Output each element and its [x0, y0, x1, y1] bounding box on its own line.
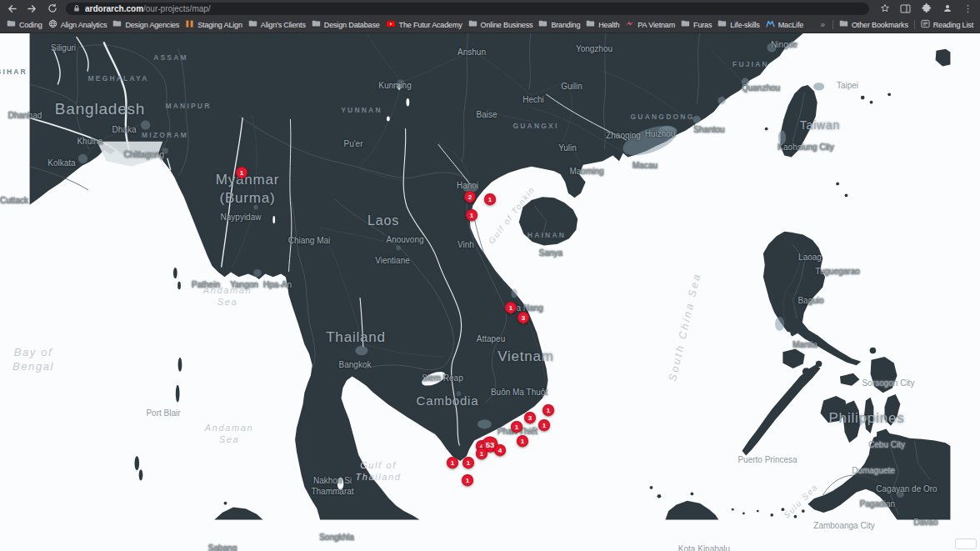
- bookmarks-overflow-chevron[interactable]: »: [818, 20, 827, 29]
- browser-toolbar: ardorarch.com/our-projects/map/ ⋮: [0, 0, 980, 17]
- bookmark-pa-vietnam[interactable]: PA Vietnam: [625, 19, 675, 30]
- bookmark-health[interactable]: Health: [586, 19, 619, 30]
- map-marker-cluster[interactable]: 1: [476, 448, 488, 459]
- url-text: ardorarch.com/our-projects/map/: [85, 4, 211, 13]
- menu-icon[interactable]: ⋮: [962, 3, 974, 15]
- divider: [914, 20, 915, 29]
- folder-icon: [248, 19, 258, 30]
- bookmark-label: Staging ALign: [198, 21, 242, 29]
- bookmark-label: Online Business: [481, 21, 533, 29]
- bookmark-star-icon[interactable]: [878, 3, 891, 15]
- extensions-icon[interactable]: [920, 3, 932, 15]
- folder-icon: [468, 19, 478, 30]
- bookmark-staging-align[interactable]: Staging ALign: [185, 19, 242, 30]
- bookmark-maclife[interactable]: MacLife: [766, 19, 803, 30]
- bookmark-label: PA Vietnam: [638, 21, 675, 29]
- reading-list-label: Reading List: [933, 21, 973, 29]
- bookmark-life-skills[interactable]: Life-skills: [718, 19, 759, 30]
- bookmark-label: MacLife: [778, 21, 803, 29]
- map-attribution-control[interactable]: [955, 538, 977, 549]
- bookmark-label: Align Analytics: [61, 21, 108, 29]
- folder-icon: [7, 19, 16, 30]
- bookmark-label: Design Database: [324, 21, 380, 29]
- map-marker-cluster[interactable]: 1: [447, 457, 458, 468]
- back-icon[interactable]: [6, 3, 18, 15]
- bookmark-label: Health: [598, 21, 619, 29]
- map-marker-cluster[interactable]: 1: [538, 419, 550, 431]
- map-marker-cluster[interactable]: 1: [505, 302, 517, 313]
- side-panel-icon[interactable]: [899, 3, 912, 15]
- folder-icon: [312, 19, 321, 30]
- youtube-icon: [386, 19, 396, 30]
- map-marker-cluster[interactable]: 1: [542, 404, 554, 416]
- bookmark-label: Design Agencies: [125, 21, 179, 29]
- other-bookmarks-label: Other Bookmarks: [852, 21, 908, 29]
- bookmarks-right: » Other Bookmarks Reading List: [818, 19, 973, 30]
- bookmark-label: Align's Clients: [261, 21, 306, 29]
- url-domain: ardorarch.com: [85, 4, 143, 13]
- folder-icon: [839, 19, 848, 30]
- bookmarks-bar: CodingAlign AnalyticsDesign AgenciesStag…: [0, 17, 980, 33]
- folder-icon: [538, 19, 548, 30]
- map-marker-cluster[interactable]: 1: [462, 474, 473, 486]
- map-marker-cluster[interactable]: 1: [511, 421, 522, 433]
- toolbar-actions: ⋮: [877, 3, 974, 15]
- bookmarks-list: CodingAlign AnalyticsDesign AgenciesStag…: [7, 19, 813, 30]
- reload-icon[interactable]: [46, 3, 58, 15]
- map-marker-cluster[interactable]: 3: [518, 312, 529, 323]
- bookmark-online-business[interactable]: Online Business: [468, 19, 533, 30]
- map-marker-cluster[interactable]: 1: [236, 167, 248, 178]
- map-marker-cluster[interactable]: 1: [484, 193, 496, 205]
- forward-icon[interactable]: [26, 3, 38, 15]
- folder-icon: [681, 19, 690, 30]
- reading-list[interactable]: Reading List: [921, 19, 973, 30]
- map-marker-cluster[interactable]: 1: [466, 209, 478, 221]
- bookmark-branding[interactable]: Branding: [538, 19, 580, 30]
- map-geography: [0, 33, 980, 551]
- map-marker-cluster[interactable]: 4: [494, 444, 506, 456]
- bookmark-the-futur-academy[interactable]: The Futur Academy: [386, 19, 462, 30]
- address-bar[interactable]: ardorarch.com/our-projects/map/: [66, 3, 869, 15]
- folder-icon: [112, 19, 122, 30]
- maclife-icon: [766, 19, 775, 30]
- bookmark-label: Branding: [551, 21, 580, 29]
- globe-icon: [48, 19, 58, 30]
- bookmark-coding[interactable]: Coding: [7, 19, 42, 30]
- staging-icon: [185, 19, 194, 30]
- bookmark-label: Life-skills: [730, 21, 759, 29]
- bookmark-align-s-clients[interactable]: Align's Clients: [248, 19, 306, 30]
- folder-icon: [718, 19, 727, 30]
- bookmark-align-analytics[interactable]: Align Analytics: [48, 19, 108, 30]
- map-marker-cluster[interactable]: 2: [464, 191, 476, 203]
- bookmark-label: Coding: [19, 21, 42, 29]
- reading-list-icon: [921, 19, 930, 30]
- other-bookmarks[interactable]: Other Bookmarks: [839, 19, 908, 30]
- url-path: /our-projects/map/: [143, 4, 211, 13]
- bookmark-label: Furas: [693, 21, 712, 29]
- map-marker-cluster[interactable]: 1: [462, 457, 474, 468]
- divider: [832, 20, 833, 29]
- map-canvas[interactable]: BangladeshMyanmar(Burma)LaosThailandViet…: [0, 33, 980, 551]
- pa-icon: [625, 19, 634, 30]
- bookmark-design-agencies[interactable]: Design Agencies: [112, 19, 179, 30]
- bookmark-design-database[interactable]: Design Database: [312, 19, 380, 30]
- profile-icon[interactable]: [941, 3, 953, 15]
- map-marker-cluster[interactable]: 1: [517, 435, 528, 447]
- bookmark-label: The Futur Academy: [399, 21, 462, 29]
- folder-icon: [586, 19, 595, 30]
- lock-icon: [73, 1, 80, 16]
- bookmark-furas[interactable]: Furas: [681, 19, 712, 30]
- map-marker-cluster[interactable]: 3: [524, 412, 536, 423]
